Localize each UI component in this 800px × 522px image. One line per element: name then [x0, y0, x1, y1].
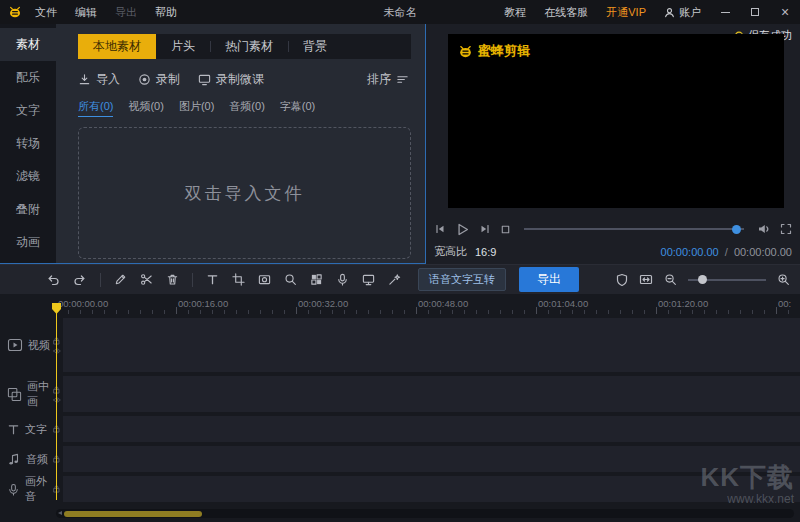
filter-video[interactable]: 视频(0) [128, 99, 163, 117]
track-row-text: 文字 [0, 416, 800, 442]
speech-text-button[interactable]: 语音文字互转 [418, 268, 506, 291]
track-header-video: 视频 [0, 318, 50, 372]
next-frame-button[interactable] [479, 223, 491, 235]
redo-icon[interactable] [73, 273, 87, 287]
sidebar-item-music[interactable]: 配乐 [0, 61, 56, 94]
menu-export: 导出 [106, 0, 146, 24]
split-scissors-icon[interactable] [140, 273, 153, 286]
main-area: 素材 配乐 文字 转场 滤镜 叠附 动画 本地素材 片头 热门素材 背景 [0, 24, 800, 264]
fullscreen-icon[interactable] [780, 223, 792, 235]
import-dropzone[interactable]: 双击导入文件 [78, 127, 411, 259]
mosaic-icon[interactable] [310, 273, 323, 286]
toolbar-divider [100, 273, 101, 287]
track-lane-audio[interactable] [63, 446, 800, 472]
sidebar-item-material[interactable]: 素材 [0, 28, 56, 61]
sidebar-item-overlay[interactable]: 叠附 [0, 193, 56, 226]
ruler-major-ticks [56, 307, 800, 314]
tab-hot-material[interactable]: 热门素材 [210, 34, 288, 59]
import-button[interactable]: 导入 [78, 71, 120, 88]
sort-icon [396, 73, 409, 86]
menu-help[interactable]: 帮助 [146, 0, 186, 24]
bee-logo-icon [458, 44, 473, 59]
timeline: 00:00:00.00 00:00:16.00 00:00:32.00 00:0… [0, 294, 800, 522]
menu-file[interactable]: 文件 [26, 0, 66, 24]
scroll-left-icon [58, 511, 62, 515]
ppt-screen-icon[interactable] [362, 273, 375, 286]
tutorial-link[interactable]: 教程 [495, 0, 535, 24]
playhead-line[interactable] [56, 304, 57, 500]
material-tabs: 本地素材 片头 热门素材 背景 [78, 34, 411, 59]
close-button[interactable]: × [770, 0, 800, 24]
online-support-link[interactable]: 在线客服 [535, 0, 597, 24]
pip-track-icon [7, 387, 22, 402]
menu-edit[interactable]: 编辑 [66, 0, 106, 24]
seek-slider[interactable] [524, 228, 744, 230]
edit-toolbar: 语音文字互转 导出 [0, 264, 800, 294]
seek-slider-handle[interactable] [732, 225, 741, 234]
track-lane-pip[interactable] [63, 376, 800, 412]
track-label: 文字 [25, 422, 47, 437]
volume-icon[interactable] [757, 222, 771, 236]
zoom-in-icon[interactable] [777, 273, 790, 286]
undo-icon[interactable] [46, 273, 60, 287]
vip-link[interactable]: 开通VIP [597, 0, 655, 24]
marker-shield-icon[interactable] [616, 273, 628, 286]
app-window: 文件 编辑 导出 帮助 未命名 教程 在线客服 开通VIP 账户 × 素材 配 [0, 0, 800, 522]
crop-icon[interactable] [232, 273, 245, 286]
timeline-ruler[interactable]: 00:00:00.00 00:00:16.00 00:00:32.00 00:0… [0, 294, 800, 314]
preview-panel: 保存成功 蜜蜂剪辑 [426, 24, 800, 264]
export-button[interactable]: 导出 [519, 267, 579, 292]
sidebar-item-animation[interactable]: 动画 [0, 226, 56, 259]
sidebar-item-text[interactable]: 文字 [0, 94, 56, 127]
time-current: 00:00:00.00 [661, 246, 719, 258]
edit-pencil-icon[interactable] [114, 273, 127, 286]
video-track-icon [7, 337, 23, 353]
timeline-zoom-handle[interactable] [698, 275, 707, 284]
filter-subtitle[interactable]: 字幕(0) [280, 99, 315, 117]
sidebar-item-filter[interactable]: 滤镜 [0, 160, 56, 193]
tab-local-material[interactable]: 本地素材 [78, 34, 156, 59]
timeline-zoom-slider[interactable] [688, 279, 766, 281]
filter-audio[interactable]: 音频(0) [229, 99, 264, 117]
watermark-url: www.kkx.net [700, 492, 794, 506]
zoom-tool-icon[interactable] [284, 273, 297, 286]
record-button[interactable]: 录制 [138, 71, 180, 88]
fit-timeline-icon[interactable] [639, 273, 653, 286]
zoom-out-icon[interactable] [664, 273, 677, 286]
audio-track-icon [7, 452, 21, 466]
maximize-button[interactable] [740, 0, 770, 24]
library-panel: 素材 配乐 文字 转场 滤镜 叠附 动画 本地素材 片头 热门素材 背景 [0, 24, 426, 264]
previous-frame-button[interactable] [434, 223, 446, 235]
text-track-icon [7, 423, 20, 436]
preview-logo-text: 蜜蜂剪辑 [478, 42, 530, 60]
horizontal-scrollbar[interactable] [56, 509, 794, 518]
stop-button[interactable] [500, 224, 511, 235]
sort-button[interactable]: 排序 [367, 71, 409, 88]
tab-intro[interactable]: 片头 [156, 34, 210, 59]
minimize-button[interactable] [710, 0, 740, 24]
maximize-icon [751, 8, 759, 16]
effects-wand-icon[interactable] [388, 273, 401, 286]
dropzone-hint: 双击导入文件 [185, 182, 305, 205]
track-list: 视频 画中画 [0, 318, 800, 502]
record-lesson-button[interactable]: 录制微课 [198, 71, 264, 88]
track-header-pip: 画中画 [0, 376, 50, 412]
account-button[interactable]: 账户 [655, 5, 710, 20]
text-tool-icon[interactable] [206, 273, 219, 286]
track-lane-video[interactable] [63, 318, 800, 372]
aspect-ratio-value[interactable]: 16:9 [475, 246, 496, 258]
filter-image[interactable]: 图片(0) [179, 99, 214, 117]
filter-all[interactable]: 所有(0) [78, 99, 113, 117]
play-button[interactable] [455, 222, 470, 237]
track-lane-voiceover[interactable] [63, 476, 800, 502]
track-label: 画中画 [27, 379, 50, 409]
track-lane-text[interactable] [63, 416, 800, 442]
preview-info: 宽高比 16:9 00:00:00.00 / 00:00:00.00 [434, 244, 792, 259]
delete-trash-icon[interactable] [166, 273, 179, 286]
track-header-text: 文字 [0, 416, 50, 442]
freeze-frame-icon[interactable] [258, 273, 271, 286]
voiceover-mic-icon[interactable] [336, 273, 349, 286]
sidebar-item-transition[interactable]: 转场 [0, 127, 56, 160]
tab-background[interactable]: 背景 [288, 34, 342, 59]
scrollbar-thumb[interactable] [64, 511, 202, 517]
